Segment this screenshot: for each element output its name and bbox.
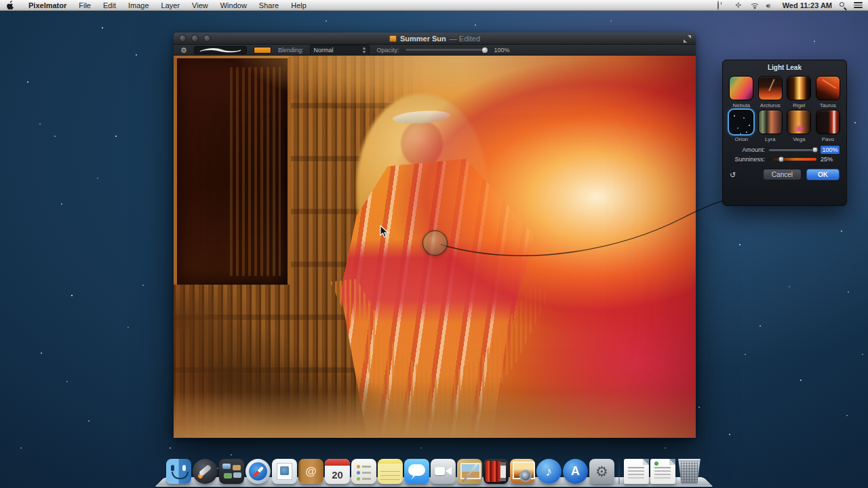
blending-value: Normal bbox=[313, 47, 333, 54]
effect-nebula[interactable]: Nebula bbox=[728, 76, 755, 108]
notification-center-icon[interactable] bbox=[854, 1, 863, 9]
dock-item-facetime[interactable] bbox=[431, 459, 456, 484]
ok-button[interactable]: OK bbox=[806, 169, 840, 180]
window-title-area: Summer Sun — Edited bbox=[174, 35, 696, 43]
menu-window[interactable]: Window bbox=[214, 0, 253, 11]
menu-bar: Pixelmator File Edit Image Layer View Wi… bbox=[0, 0, 868, 11]
dock-item-safari[interactable] bbox=[245, 459, 271, 484]
blending-dropdown[interactable]: Normal ▲▼ bbox=[310, 45, 370, 56]
effect-orion-thumbnail[interactable] bbox=[729, 110, 753, 134]
panel-title: Light Leak bbox=[723, 60, 846, 71]
opacity-value: 100% bbox=[494, 47, 509, 54]
amount-slider[interactable] bbox=[769, 149, 816, 151]
apple-logo-icon bbox=[7, 1, 14, 9]
menu-layer[interactable]: Layer bbox=[155, 0, 186, 11]
menu-file[interactable]: File bbox=[73, 0, 97, 11]
dock-item-iphoto[interactable] bbox=[510, 459, 535, 484]
fullscreen-icon[interactable] bbox=[684, 35, 691, 43]
time-machine-icon[interactable] bbox=[717, 1, 727, 9]
dock-item-mission-control[interactable] bbox=[219, 459, 244, 484]
window-titlebar[interactable]: Summer Sun — Edited bbox=[174, 33, 696, 45]
reset-undo-icon[interactable]: ↺ bbox=[730, 171, 739, 179]
input-menu-icon[interactable]: ✣ bbox=[734, 1, 743, 9]
dock-divider bbox=[618, 457, 620, 484]
menu-share[interactable]: Share bbox=[253, 0, 285, 11]
spotlight-icon[interactable] bbox=[839, 1, 847, 9]
effect-label: Nebula bbox=[733, 102, 750, 108]
effect-label: Pavo bbox=[822, 136, 834, 142]
apple-menu[interactable] bbox=[7, 1, 14, 9]
dock-item-documents-stack[interactable] bbox=[624, 459, 649, 484]
effect-grid: Nebula Arcturus Rigel Taurus Orion Lyra … bbox=[723, 71, 846, 144]
window-title: Summer Sun bbox=[400, 35, 446, 43]
dock-item-finder[interactable] bbox=[166, 459, 191, 484]
dock: @ 20 ♪ A ⚙ bbox=[163, 454, 705, 484]
sunniness-slider[interactable] bbox=[769, 158, 816, 161]
brush-stroke-icon bbox=[199, 47, 242, 54]
dock-item-mail[interactable] bbox=[272, 459, 297, 484]
wifi-icon[interactable] bbox=[750, 1, 760, 9]
document-proxy-icon[interactable] bbox=[389, 35, 397, 42]
effect-lyra[interactable]: Lyra bbox=[757, 110, 784, 142]
menu-image[interactable]: Image bbox=[122, 0, 155, 11]
opacity-label: Opacity: bbox=[376, 47, 399, 54]
dock-item-reminders[interactable] bbox=[351, 459, 376, 484]
effect-label: Orion bbox=[734, 136, 748, 142]
effect-rigel-thumbnail[interactable] bbox=[787, 76, 811, 100]
tool-options-bar: ⚙ Blending: Normal ▲▼ Opacity: 100% bbox=[174, 45, 696, 56]
menubar-clock[interactable]: Wed 11:23 AM bbox=[783, 1, 832, 9]
effect-label: Vega bbox=[793, 136, 805, 142]
effect-label: Taurus bbox=[820, 102, 836, 108]
effect-nebula-thumbnail[interactable] bbox=[729, 76, 753, 100]
amount-label: Amount: bbox=[730, 146, 765, 153]
gear-icon[interactable]: ⚙ bbox=[180, 45, 187, 55]
effect-label: Lyra bbox=[765, 136, 775, 142]
opacity-slider[interactable] bbox=[406, 49, 487, 51]
effect-vega[interactable]: Vega bbox=[786, 110, 812, 142]
window-title-suffix: — Edited bbox=[450, 35, 480, 43]
effect-rigel[interactable]: Rigel bbox=[786, 76, 812, 108]
volume-icon[interactable]: 🔊︎ bbox=[766, 1, 776, 9]
menu-help[interactable]: Help bbox=[285, 0, 313, 11]
calendar-header bbox=[325, 459, 350, 466]
dock-item-messages[interactable] bbox=[404, 459, 429, 484]
opacity-slider-knob[interactable] bbox=[482, 47, 488, 53]
stepper-arrows-icon: ▲▼ bbox=[361, 46, 366, 54]
dock-item-app-store[interactable]: A bbox=[563, 459, 588, 484]
effect-taurus[interactable]: Taurus bbox=[815, 76, 842, 108]
menu-view[interactable]: View bbox=[186, 0, 214, 11]
dock-item-contacts[interactable]: @ bbox=[298, 459, 323, 484]
dock-item-calendar[interactable]: 20 bbox=[325, 459, 350, 484]
dock-item-itunes[interactable]: ♪ bbox=[536, 459, 561, 484]
amount-slider-knob[interactable] bbox=[812, 147, 818, 153]
light-leak-panel: Light Leak Nebula Arcturus Rigel Taurus … bbox=[722, 60, 847, 206]
dock-item-preview[interactable] bbox=[457, 459, 482, 484]
sunniness-value-field[interactable]: 25% bbox=[821, 156, 840, 163]
color-swatch[interactable] bbox=[254, 47, 271, 54]
effect-handle[interactable] bbox=[422, 230, 448, 256]
brush-stroke-preview[interactable] bbox=[194, 46, 247, 54]
effect-pavo-thumbnail[interactable] bbox=[816, 110, 840, 134]
menu-pixelmator[interactable]: Pixelmator bbox=[22, 0, 73, 11]
dock-item-trash[interactable] bbox=[677, 459, 702, 484]
dock-item-notes[interactable] bbox=[378, 459, 403, 484]
effect-pavo[interactable]: Pavo bbox=[815, 110, 842, 142]
effect-label: Rigel bbox=[793, 102, 805, 108]
effect-label: Arcturus bbox=[760, 102, 781, 108]
dock-item-downloads-stack[interactable] bbox=[650, 459, 675, 484]
menu-edit[interactable]: Edit bbox=[97, 0, 122, 11]
mouse-cursor bbox=[380, 225, 389, 239]
effect-orion[interactable]: Orion bbox=[728, 110, 755, 142]
effect-lyra-thumbnail[interactable] bbox=[758, 110, 783, 134]
effect-taurus-thumbnail[interactable] bbox=[816, 76, 840, 100]
effect-arcturus[interactable]: Arcturus bbox=[757, 76, 784, 108]
dock-item-launchpad[interactable] bbox=[193, 459, 218, 484]
dock-item-photo-booth[interactable] bbox=[484, 459, 509, 484]
effect-vega-thumbnail[interactable] bbox=[787, 110, 811, 134]
amount-value-field[interactable]: 100% bbox=[821, 146, 840, 154]
dock-item-system-preferences[interactable]: ⚙ bbox=[589, 459, 614, 484]
effect-arcturus-thumbnail[interactable] bbox=[758, 76, 783, 100]
sunniness-slider-knob[interactable] bbox=[778, 157, 784, 163]
calendar-day: 20 bbox=[325, 466, 350, 484]
cancel-button[interactable]: Cancel bbox=[763, 169, 802, 180]
